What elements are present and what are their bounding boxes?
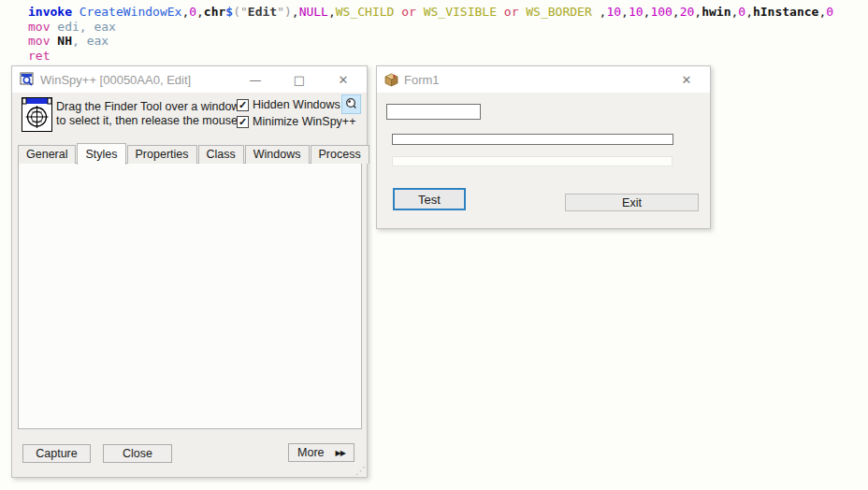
asm-token: , [292, 5, 299, 19]
checkbox-hidden-windows[interactable]: ✓Hidden Windows [237, 98, 340, 111]
asm-token: invoke [28, 5, 72, 19]
minimize-button[interactable]: — [239, 69, 271, 90]
checkbox-box[interactable]: ✓ [237, 99, 249, 111]
asm-token: Edit [248, 5, 277, 19]
asm-token: WS_VISIBLE [424, 5, 497, 19]
asm-token: WS_BORDER [526, 5, 591, 19]
asm-token: 0 [189, 5, 196, 19]
asm-token: 0 [738, 5, 745, 19]
winspy-app-icon [20, 72, 35, 87]
maximize-button[interactable]: □ [283, 69, 315, 90]
asm-token: CreateWindowEx [80, 5, 182, 19]
asm-token: , [621, 5, 629, 19]
asm-token: ( [233, 5, 240, 19]
asm-token: NH [57, 34, 72, 48]
test-button[interactable]: Test [393, 188, 466, 210]
asm-token: WS_CHILD [336, 5, 395, 19]
asm-token: , [80, 20, 94, 34]
asm-token: NULL [299, 5, 328, 19]
checkbox-box[interactable]: ✓ [237, 116, 249, 128]
asm-token: mov [28, 34, 50, 48]
tab-general[interactable]: General [18, 145, 76, 164]
asm-token: , [694, 5, 702, 19]
checkbox-label: Minimize WinSpy++ [253, 115, 355, 128]
winspy-window: WinSpy++ [00050AA0, Edit] — □ ✕ Drag the… [11, 65, 368, 478]
asm-token: chr [204, 5, 225, 19]
asm-token: mov [28, 20, 50, 34]
exit-button[interactable]: Exit [565, 194, 699, 211]
asm-token: hInstance [753, 5, 818, 19]
finder-instructions: Drag the Finder Tool over a window to se… [56, 100, 239, 127]
asm-token: edi [57, 20, 79, 34]
edit-box-flat[interactable] [392, 156, 673, 166]
tab-styles[interactable]: Styles [77, 143, 125, 165]
asm-token: or [394, 5, 423, 19]
asm-code-line: mov edi, eax [28, 20, 833, 35]
asm-token: 100 [650, 5, 672, 19]
checkbox-minimize-winspy-[interactable]: ✓Minimize WinSpy++ [237, 115, 355, 128]
styles-tab-page [18, 163, 362, 429]
asm-token: 0 [826, 5, 833, 19]
resize-grip[interactable]: ⋰ [355, 465, 366, 477]
close-button[interactable]: ✕ [327, 69, 359, 90]
asm-token: , [328, 5, 336, 19]
winspy-window-title: WinSpy++ [00050AA0, Edit] [40, 73, 191, 87]
asm-token: 10 [606, 5, 621, 19]
asm-token: or [497, 5, 526, 19]
form1-window-title: Form1 [404, 73, 440, 87]
asm-token: , [592, 5, 607, 19]
asm-code-line: invoke CreateWindowEx,0,chr$("Edit"),NUL… [28, 5, 833, 20]
topmost-pin-button[interactable] [341, 94, 361, 114]
finder-tool-icon[interactable] [22, 97, 52, 136]
double-arrow-icon: ▶▶ [336, 449, 345, 457]
tab-strip: GeneralStylesPropertiesClassWindowsProce… [18, 145, 370, 164]
asm-token: eax [94, 20, 115, 34]
asm-token [72, 5, 80, 19]
form1-window: Form1 ✕ Test Exit [376, 65, 711, 229]
asm-token: ) [284, 5, 292, 19]
asm-token: , [72, 34, 87, 48]
form1-app-icon [384, 73, 398, 87]
asm-token: , [196, 5, 204, 19]
asm-token: eax [87, 34, 108, 48]
asm-code-line: ret [28, 49, 833, 64]
asm-token: $ [225, 5, 233, 19]
asm-token: 20 [680, 5, 695, 19]
asm-token: " [277, 5, 284, 19]
close-winspy-button[interactable]: Close [103, 444, 172, 463]
form1-titlebar[interactable]: Form1 [377, 66, 710, 93]
capture-button[interactable]: Capture [22, 444, 91, 463]
edit-box-wide[interactable] [392, 134, 673, 145]
pin-icon [345, 97, 357, 112]
more-button[interactable]: More ▶▶ [288, 443, 354, 462]
tab-properties[interactable]: Properties [127, 145, 197, 164]
asm-token: " [240, 5, 248, 19]
form1-close-button[interactable]: ✕ [671, 69, 702, 90]
asm-token: , [745, 5, 753, 19]
asm-token: ret [28, 49, 50, 63]
asm-code-line: mov NH, eax [28, 34, 833, 49]
asm-code-block: invoke CreateWindowEx,0,chr$("Edit"),NUL… [28, 5, 833, 63]
edit-box-small[interactable] [386, 104, 481, 120]
tab-windows[interactable]: Windows [245, 145, 310, 164]
tab-class[interactable]: Class [198, 145, 244, 164]
asm-token: hwin [702, 5, 731, 19]
tab-process[interactable]: Process [311, 145, 369, 164]
asm-token: , [673, 5, 680, 19]
checkbox-label: Hidden Windows [253, 98, 340, 111]
asm-token: 10 [629, 5, 644, 19]
